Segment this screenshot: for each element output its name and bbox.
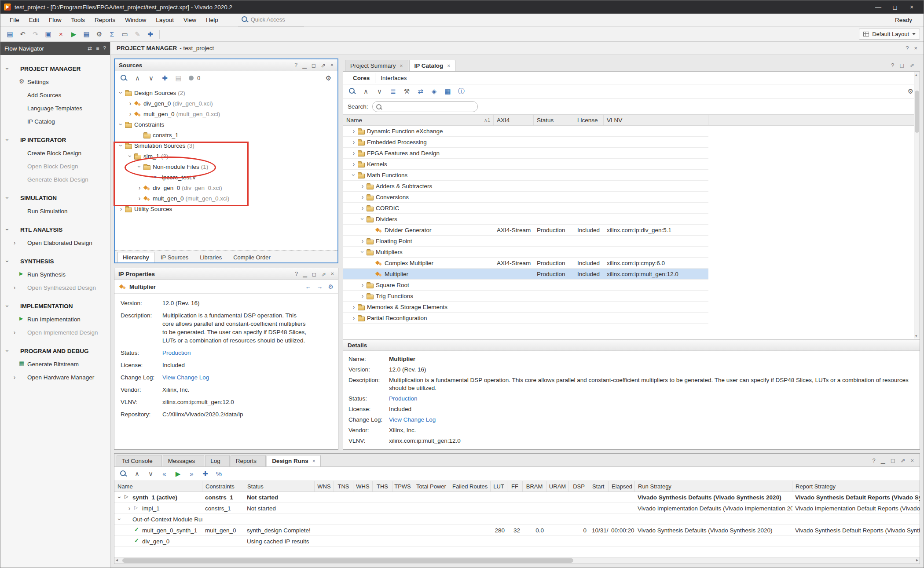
expand-all-icon[interactable]: ∨ xyxy=(374,86,385,97)
ip-catalog-row[interactable]: Multipliers xyxy=(343,247,708,258)
flow-nav-item[interactable]: Generate Block Design xyxy=(0,173,110,186)
flow-nav-item[interactable]: IMPLEMENTATION xyxy=(0,299,110,313)
column-header-status[interactable]: Status xyxy=(244,481,315,492)
info-icon[interactable]: ⓘ xyxy=(455,86,467,97)
workspace-tab[interactable]: IP Catalog × xyxy=(409,60,456,71)
sources-tab[interactable]: Libraries xyxy=(194,252,227,262)
expander-icon[interactable] xyxy=(359,238,366,244)
source-tree-item[interactable]: div_gen_0 (div_gen_0.xci) xyxy=(115,98,337,109)
package-icon[interactable]: ▦ xyxy=(442,86,454,97)
console-tab[interactable]: Reports xyxy=(231,455,266,466)
cancel-icon[interactable]: × xyxy=(55,29,67,40)
quick-access-search[interactable]: Quick Access xyxy=(238,13,304,27)
scrollbar-thumb[interactable] xyxy=(122,558,573,563)
expander-icon[interactable] xyxy=(127,100,134,106)
ip-catalog-row[interactable]: CORDIC xyxy=(343,203,708,214)
column-header-run-strategy[interactable]: Run Strategy xyxy=(635,481,792,492)
float-icon[interactable]: ◻ xyxy=(312,271,316,277)
ip-catalog-row[interactable]: Dividers xyxy=(343,214,708,225)
column-header-axi4[interactable]: AXI4 xyxy=(494,115,534,125)
design-run-row[interactable]: div_gen_0 Using cached IP results xyxy=(114,536,920,547)
menu-item[interactable]: Tools xyxy=(66,15,90,25)
column-header-uram[interactable]: URAM xyxy=(546,481,569,492)
flow-nav-item[interactable]: Create Block Design xyxy=(0,146,110,160)
source-tree-item[interactable]: Constraints xyxy=(115,119,337,130)
menu-item[interactable]: Layout xyxy=(151,15,179,25)
ip-catalog-row[interactable]: Conversions xyxy=(343,192,708,203)
minimize-icon[interactable]: ▁ xyxy=(302,62,307,69)
expand-all-icon[interactable]: ∨ xyxy=(145,73,157,84)
probe-icon[interactable]: ✚ xyxy=(144,29,156,40)
flow-nav-item[interactable]: Run Simulation xyxy=(0,204,110,218)
next-object-icon[interactable]: → xyxy=(316,283,323,290)
column-header-name[interactable]: Name ∧1 xyxy=(343,115,494,125)
menu-item[interactable]: Edit xyxy=(24,15,44,25)
layout-select[interactable]: Default Layout xyxy=(859,29,920,40)
menu-item[interactable]: View xyxy=(179,15,201,25)
close-tab-icon[interactable]: × xyxy=(400,63,403,69)
expander-icon[interactable] xyxy=(117,90,125,96)
flow-nav-item[interactable]: RTL ANALYSIS xyxy=(0,223,110,236)
ip-catalog-row[interactable]: Multiplier Production Included xilinx.co… xyxy=(343,269,708,280)
column-header-report-strategy[interactable]: Report Strategy xyxy=(792,481,920,492)
float-icon[interactable]: ◻ xyxy=(891,457,895,464)
column-header-whs[interactable]: WHS xyxy=(353,481,373,492)
design-run-row[interactable]: synth_1 (active) constrs_1 Not started xyxy=(114,492,920,503)
expander-icon[interactable] xyxy=(350,139,357,145)
settings-icon[interactable]: ⚙ xyxy=(323,73,334,84)
save-icon[interactable]: ▤ xyxy=(4,29,16,40)
flow-nav-item[interactable]: IP INTEGRATOR xyxy=(0,133,110,146)
search-icon[interactable] xyxy=(117,468,129,479)
catalog-subtab[interactable]: Cores xyxy=(348,73,375,83)
utilization-icon[interactable]: % xyxy=(213,468,225,479)
ip-catalog-row[interactable]: Partial Reconfiguration xyxy=(343,313,708,324)
run-icon[interactable]: ▶ xyxy=(68,29,80,40)
minimize-icon[interactable]: ▁ xyxy=(881,457,885,464)
catalog-search-input[interactable] xyxy=(384,102,474,111)
sources-tab[interactable]: Hierarchy xyxy=(117,252,154,262)
external-icon[interactable]: ⇗ xyxy=(901,457,906,464)
ip-catalog-row[interactable]: Floating Point xyxy=(343,236,708,247)
expander-icon[interactable] xyxy=(350,172,357,178)
column-header-dsp[interactable]: DSP xyxy=(569,481,589,492)
column-header-start[interactable]: Start xyxy=(589,481,609,492)
close-icon[interactable]: × xyxy=(914,45,917,51)
search-icon[interactable] xyxy=(346,86,358,97)
expander-icon[interactable] xyxy=(117,121,125,127)
close-button[interactable]: × xyxy=(903,1,920,13)
source-tree-item[interactable]: ipcore_test.v xyxy=(115,172,337,182)
maximize-button[interactable]: ◻ xyxy=(887,1,903,13)
column-header-wns[interactable]: WNS xyxy=(315,481,334,492)
external-icon[interactable]: ⇗ xyxy=(321,271,326,277)
hierarchy-icon[interactable]: ≣ xyxy=(387,86,399,97)
ip-catalog-row[interactable]: FPGA Features and Design xyxy=(343,148,708,159)
ip-catalog-row[interactable]: Embedded Processing xyxy=(343,137,708,148)
settings-icon[interactable]: ⚙ xyxy=(93,29,105,40)
console-tab[interactable]: Design Runs × xyxy=(267,455,321,466)
column-header-constraints[interactable]: Constraints xyxy=(202,481,244,492)
column-header-tpws[interactable]: TPWS xyxy=(392,481,413,492)
source-tree-item[interactable]: Design Sources (2) xyxy=(115,87,337,98)
external-icon[interactable]: ⇗ xyxy=(909,62,914,69)
expander-icon[interactable] xyxy=(350,315,357,321)
expander-icon[interactable] xyxy=(350,150,357,156)
flow-nav-item[interactable]: Open Implemented Design xyxy=(0,326,110,339)
ip-status-icon[interactable]: ◈ xyxy=(428,86,440,97)
flow-nav-item[interactable]: SYNTHESIS xyxy=(0,255,110,268)
source-tree-item[interactable]: mult_gen_0 (mult_gen_0.xci) xyxy=(115,109,337,119)
column-header-tns[interactable]: TNS xyxy=(334,481,353,492)
edit-icon[interactable]: ✎ xyxy=(132,29,143,40)
expander-icon[interactable] xyxy=(359,282,366,288)
expander-icon[interactable] xyxy=(359,183,366,189)
expander-icon[interactable] xyxy=(359,293,366,299)
flow-nav-item[interactable]: Open Hardware Manager xyxy=(0,371,110,384)
add-sources-icon[interactable]: ✚ xyxy=(159,73,171,84)
settings-icon[interactable]: ⚙ xyxy=(328,283,334,290)
flow-nav-item[interactable]: Open Elaborated Design xyxy=(0,236,110,249)
expander-icon[interactable] xyxy=(350,304,357,310)
scrollbar-thumb[interactable] xyxy=(915,91,919,133)
expand-all-icon[interactable]: ∨ xyxy=(145,468,157,479)
close-tab-icon[interactable]: × xyxy=(447,63,450,69)
column-header-lut[interactable]: LUT xyxy=(491,481,507,492)
expander-icon[interactable] xyxy=(359,205,366,211)
